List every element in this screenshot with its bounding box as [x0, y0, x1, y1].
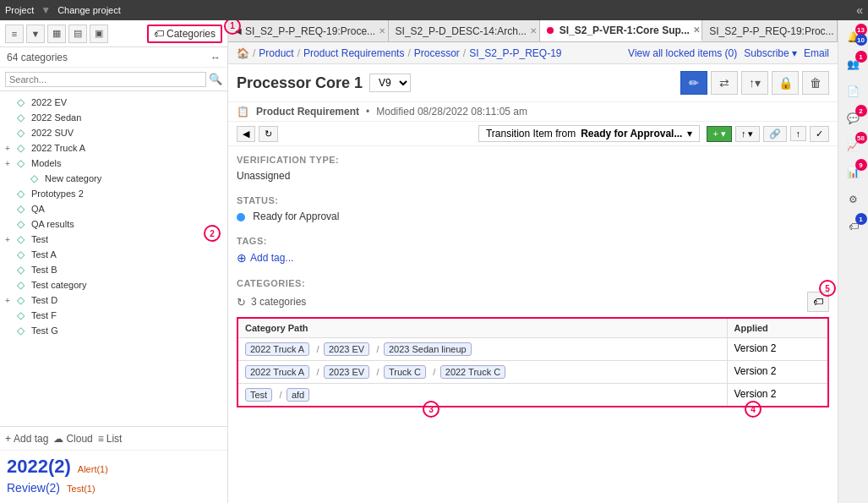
add-item-btn[interactable]: + ▾	[707, 126, 731, 142]
tree-item-label: Test A	[31, 249, 57, 260]
comment-btn[interactable]: 💬 2	[842, 107, 865, 130]
bc-sep: /	[463, 47, 466, 59]
path-part[interactable]: 2023 Sedan lineup	[384, 342, 472, 356]
notifications-btn[interactable]: 🔔 13 10	[842, 25, 865, 49]
list-item[interactable]: ◇ Test G	[0, 323, 227, 338]
tab-close-icon[interactable]: ✕	[379, 26, 385, 36]
chart-btn[interactable]: 📊 9	[842, 161, 865, 184]
list-item[interactable]: + ◇ 2022 Truck A	[0, 140, 227, 156]
toolbar-table-btn[interactable]: ▣	[90, 25, 108, 43]
lock-btn[interactable]: 🔒	[772, 71, 799, 95]
document-btn[interactable]: 📄	[842, 79, 865, 103]
tab-3[interactable]: SI_S2_P-VER-1:Core Sup... ✕	[540, 20, 702, 41]
subscribe-btn[interactable]: Subscribe ▾	[744, 47, 797, 59]
tag-2022[interactable]: 2022(2)	[7, 456, 71, 478]
diff-btn[interactable]: ⇄	[711, 71, 738, 95]
category-icon: ◇	[17, 96, 29, 108]
tab-4[interactable]: SI_S2_P-P_REQ-19:Proc...	[702, 20, 838, 41]
list-item[interactable]: + ◇ Test D	[0, 293, 227, 308]
search-input[interactable]	[5, 72, 206, 87]
list-item[interactable]: ◇ 2022 Sedan	[0, 110, 227, 125]
list-item[interactable]: ◇ Test A	[0, 247, 227, 262]
list-item[interactable]: ◇ 2022 EV	[0, 95, 227, 110]
annotation-3: 3	[423, 401, 439, 418]
path-sep: /	[317, 344, 319, 354]
bc-item-id[interactable]: SI_S2_P-P_REQ-19	[469, 47, 561, 59]
tag-test[interactable]: Test(1)	[67, 484, 96, 494]
toolbar-sort-btn[interactable]: ▼	[26, 25, 45, 43]
list-item[interactable]: + ◇ Models	[0, 156, 227, 171]
project-label[interactable]: Project	[5, 5, 34, 15]
collapse-icon[interactable]: «	[856, 3, 863, 17]
list-item[interactable]: + ◇ Test	[0, 232, 227, 247]
link-btn[interactable]: 🔗	[763, 126, 787, 142]
tab-1[interactable]: ◀ SI_S2_P-P_REQ-19:Proce... ✕	[228, 20, 389, 41]
tag-btn[interactable]: 🏷 1	[842, 215, 865, 238]
edit-btn[interactable]: ✏	[680, 71, 707, 95]
users-btn[interactable]: 👥 1	[842, 52, 865, 76]
categories-tab-btn[interactable]: 🏷 Categories 1	[147, 25, 222, 43]
path-part[interactable]: 2022 Truck A	[245, 365, 309, 379]
category-tree: 2 ◇ 2022 EV ◇ 2022 Sedan ◇ 2022 SUV + ◇ …	[0, 91, 227, 426]
path-part[interactable]: 2023 EV	[324, 365, 369, 379]
toolbar-grid-btn[interactable]: ▦	[47, 25, 66, 43]
tab-2[interactable]: SI_S2_P-D_DESC-14:Arch... ✕	[389, 20, 540, 41]
bc-product-req[interactable]: Product Requirements	[303, 47, 404, 59]
annotation-4: 4	[745, 401, 762, 418]
path-part[interactable]: Test	[245, 388, 272, 402]
more-actions-btn[interactable]: ↑▾	[741, 71, 768, 95]
path-part[interactable]: afd	[287, 388, 309, 402]
list-item[interactable]: ◇ QA results	[0, 216, 227, 232]
path-part[interactable]: 2022 Truck C	[440, 365, 505, 379]
item-modified: Modified 08/28/2022 08:11:05 am	[376, 106, 527, 118]
list-item[interactable]: ◇ Test category	[0, 277, 227, 293]
list-item[interactable]: ◇ QA	[0, 201, 227, 216]
add-tag-label: Add tag	[14, 433, 48, 445]
bc-processor[interactable]: Processor	[414, 47, 460, 59]
list-item[interactable]: ◇ Test F	[0, 308, 227, 323]
plus-icon: +	[5, 433, 11, 445]
category-icon: ◇	[17, 309, 29, 321]
path-part[interactable]: Truck C	[384, 365, 426, 379]
refresh-btn[interactable]: ↻	[259, 126, 278, 142]
category-count-row: 64 categories ↔	[0, 47, 227, 68]
delete-btn[interactable]: 🗑	[802, 71, 829, 95]
tree-item-label: New category	[45, 173, 101, 183]
tab-close-icon[interactable]: ✕	[530, 26, 537, 36]
bc-product[interactable]: Product	[259, 47, 293, 59]
actions-btn[interactable]: ↑ ▾	[735, 126, 760, 142]
add-tag-btn[interactable]: + Add tag	[5, 433, 48, 445]
tag-review[interactable]: Review(2)	[7, 481, 60, 495]
path-part[interactable]: 2023 EV	[324, 342, 369, 356]
tab-close-icon[interactable]: ✕	[693, 25, 700, 35]
expand-icon[interactable]: ↔	[210, 52, 221, 63]
activity-btn[interactable]: 📈 58	[842, 134, 865, 157]
list-view-btn[interactable]: ≡ List	[98, 433, 123, 445]
view-locked-link[interactable]: View all locked items (0)	[628, 47, 737, 59]
email-btn[interactable]: Email	[804, 47, 829, 59]
tree-item-label: Test	[31, 234, 48, 244]
cloud-view-btn[interactable]: ☁ Cloud	[53, 433, 92, 445]
back-nav-btn[interactable]: ◀	[237, 126, 255, 142]
tag-alert[interactable]: Alert(1)	[78, 464, 108, 474]
change-project-btn[interactable]: Change project	[57, 5, 121, 15]
settings-btn[interactable]: ⚙	[842, 188, 865, 211]
toolbar-filter-btn[interactable]: ≡	[5, 25, 24, 43]
toolbar-list-btn[interactable]: ▤	[68, 25, 87, 43]
status-label: STATUS:	[237, 195, 829, 205]
approve-btn[interactable]: ✓	[810, 126, 829, 142]
share-btn[interactable]: ↑	[790, 126, 807, 141]
path-part[interactable]: 2022 Truck A	[245, 342, 309, 356]
tags-value: ⊕ Add tag...	[237, 249, 829, 266]
list-item[interactable]: ◇ Test B	[0, 262, 227, 277]
list-item[interactable]: ◇ Prototypes 2	[0, 186, 227, 201]
transition-box[interactable]: Transition Item from Ready for Approval.…	[478, 125, 701, 142]
categories-refresh-icon[interactable]: ↻	[237, 296, 246, 309]
version-select[interactable]: V9	[369, 74, 411, 92]
tree-item-label: Test D	[31, 295, 57, 305]
list-item[interactable]: ◇ 2022 SUV	[0, 125, 227, 140]
list-item[interactable]: ◇ New category	[0, 171, 227, 186]
search-icon[interactable]: 🔍	[209, 73, 222, 85]
verification-type-value: Unassigned	[237, 168, 829, 183]
add-tag-inline-btn[interactable]: ⊕ Add tag...	[237, 251, 293, 265]
